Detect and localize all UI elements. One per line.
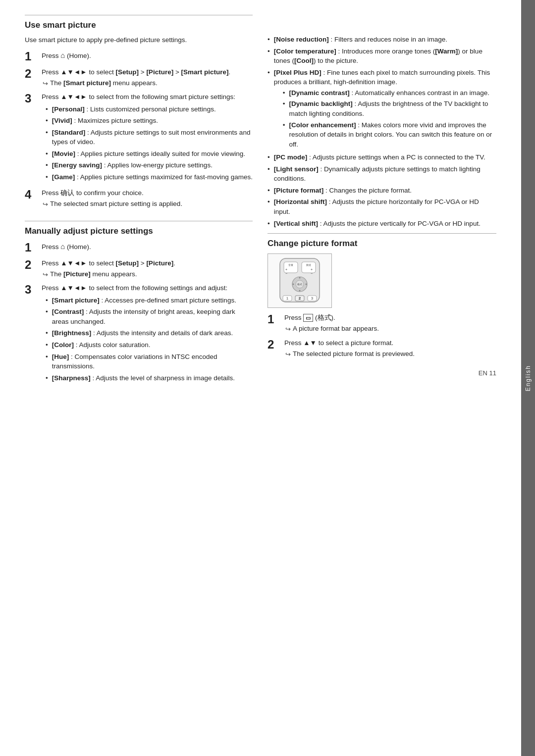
- list-item: [Horizontal shift] : Adjusts the picture…: [268, 197, 496, 216]
- right-bullet-list: [Noise reduction] : Filters and reduces …: [268, 35, 496, 228]
- section-divider-1: [25, 15, 253, 15]
- list-item: [Color enhancement] : Makes colors more …: [283, 120, 496, 150]
- svg-text:格式: 格式: [297, 283, 302, 286]
- list-item: [Vertical shift] : Adjusts the picture v…: [268, 219, 496, 229]
- step-1-smart: 1 Press ⌂ (Home).: [25, 50, 253, 63]
- list-item: [Standard] : Adjusts picture settings to…: [46, 128, 253, 147]
- svg-point-13: [293, 284, 294, 285]
- step-num-1-smart: 1: [25, 50, 40, 63]
- section-title-change-pic: Change picture format: [268, 239, 496, 249]
- step-3-manual: 3 Press ▲▼◄► to select from the followin…: [25, 283, 253, 385]
- step-num-1-manual: 1: [25, 241, 40, 254]
- step-content-2-changepic: Press ▲▼ to select a picture format. ↪ T…: [284, 338, 496, 359]
- step-3-text: Press ▲▼◄► to select from the following …: [42, 92, 253, 102]
- step-1cp-text: Press ▭ (格式).: [284, 313, 496, 323]
- list-item: [Contrast] : Adjusts the intensity of br…: [46, 307, 253, 326]
- arrow-text-1cp: A picture format bar appears.: [293, 324, 379, 334]
- svg-point-12: [299, 290, 301, 292]
- step-num-2-smart: 2: [25, 67, 40, 80]
- svg-text:+: +: [285, 268, 287, 271]
- press-label-m1: Press: [42, 243, 59, 251]
- step-1cp-arrow: ↪ A picture format bar appears.: [285, 324, 496, 334]
- list-item: [Personal] : Lists customized personal p…: [46, 104, 253, 114]
- svg-point-11: [299, 277, 301, 279]
- use-smart-picture-section: Use smart picture Use smart picture to a…: [25, 15, 253, 209]
- list-item: [Color] : Adjusts color saturation.: [46, 340, 253, 350]
- svg-point-14: [306, 284, 307, 285]
- step-content-1-smart: Press ⌂ (Home).: [42, 50, 253, 61]
- svg-text:2: 2: [299, 296, 301, 301]
- step-num-2-changepic: 2: [268, 338, 282, 351]
- list-item: [Energy saving] : Applies low-energy pic…: [46, 160, 253, 170]
- step-4-smart: 4 Press 确认 to confirm your choice. ↪ The…: [25, 188, 253, 209]
- arrow-text-4: The selected smart picture setting is ap…: [50, 200, 182, 209]
- step-4-arrow: ↪ The selected smart picture setting is …: [43, 200, 253, 209]
- step-2m-text: Press ▲▼◄► to select [Setup] > [Picture]…: [42, 258, 253, 268]
- step-content-1-manual: Press ⌂ (Home).: [42, 241, 253, 252]
- step-num-4-smart: 4: [25, 188, 40, 201]
- step-content-1-changepic: Press ▭ (格式). ↪ A picture format bar app…: [284, 313, 496, 334]
- step-num-1-changepic: 1: [268, 313, 282, 326]
- step-1-changepic: 1 Press ▭ (格式). ↪ A picture format bar a…: [268, 313, 496, 334]
- list-item: [Brightness] : Adjusts the intensity and…: [46, 328, 253, 338]
- list-item: [Pixel Plus HD] : Fine tunes each pixel …: [268, 68, 496, 151]
- step-content-3-smart: Press ▲▼◄► to select from the following …: [42, 92, 253, 184]
- pixel-plus-sub-list: [Dynamic contrast] : Automatically enhan…: [274, 88, 496, 149]
- change-picture-format-section: Change picture format 音量 + −: [268, 233, 496, 359]
- step-content-2-smart: Press ▲▼◄► to select [Setup] > [Picture]…: [42, 67, 253, 89]
- step-content-4-smart: Press 确认 to confirm your choice. ↪ The s…: [42, 188, 253, 209]
- list-item: [PC mode] : Adjusts picture settings whe…: [268, 152, 496, 162]
- language-tab: English: [521, 0, 535, 756]
- step-num-2-manual: 2: [25, 258, 40, 271]
- step-2m-arrow: ↪ The [Picture] menu appears.: [43, 270, 253, 280]
- list-item: [Dynamic contrast] : Automatically enhan…: [283, 88, 496, 98]
- list-item: [Movie] : Applies picture settings ideal…: [46, 149, 253, 159]
- list-item: [Light sensor] : Dynamically adjusts pic…: [268, 164, 496, 184]
- svg-text:1: 1: [286, 296, 289, 301]
- svg-text:频道: 频道: [306, 263, 311, 266]
- step-1-manual: 1 Press ⌂ (Home).: [25, 241, 253, 254]
- page-number-area: EN 11: [268, 369, 496, 377]
- list-item: [Smart picture] : Accesses pre-defined s…: [46, 296, 253, 305]
- remote-svg: 音量 + − 频道 + −: [270, 256, 329, 305]
- section-title-smart-picture: Use smart picture: [25, 20, 253, 30]
- home-label-m1: (Home).: [67, 243, 91, 251]
- list-item: [Noise reduction] : Filters and reduces …: [268, 35, 496, 45]
- section-intro-smart-picture: Use smart picture to apply pre-defined p…: [25, 35, 253, 45]
- svg-text:音量: 音量: [288, 263, 293, 266]
- svg-text:3: 3: [311, 296, 314, 301]
- list-item: [Hue] : Compensates color variations in …: [46, 352, 253, 371]
- manually-adjust-section: Manually adjust picture settings 1 Press…: [25, 221, 253, 385]
- list-item: [Game] : Applies picture settings maximi…: [46, 172, 253, 182]
- list-item: [Picture format] : Changes the picture f…: [268, 186, 496, 196]
- list-item: [Sharpness] : Adjusts the level of sharp…: [46, 373, 253, 383]
- step-2-smart: 2 Press ▲▼◄► to select [Setup] > [Pictur…: [25, 67, 253, 89]
- step-2-changepic: 2 Press ▲▼ to select a picture format. ↪…: [268, 338, 496, 359]
- step-2-arrow: ↪ The [Smart picture] menu appears.: [43, 79, 253, 89]
- svg-text:−: −: [285, 272, 287, 275]
- arrow-text-2m: The [Picture] menu appears.: [50, 270, 137, 279]
- svg-text:+: +: [311, 268, 313, 271]
- arrow-sym-4: ↪: [43, 200, 48, 209]
- step-content-3-manual: Press ▲▼◄► to select from the following …: [42, 283, 253, 385]
- step-2cp-arrow: ↪ The selected picture format is preview…: [285, 350, 496, 359]
- step-2cp-text: Press ▲▼ to select a picture format.: [284, 338, 496, 348]
- home-label-1: (Home).: [67, 52, 91, 59]
- smart-picture-bullet-list: [Personal] : Lists customized personal p…: [42, 104, 253, 182]
- arrow-text-2: The [Smart picture] menu appears.: [50, 79, 158, 88]
- step-3-smart: 3 Press ▲▼◄► to select from the followin…: [25, 92, 253, 184]
- section-title-manually: Manually adjust picture settings: [25, 226, 253, 236]
- arrow-sym-1cp: ↪: [285, 324, 291, 334]
- arrow-sym-2cp: ↪: [285, 350, 291, 359]
- step-2-manual: 2 Press ▲▼◄► to select [Setup] > [Pictur…: [25, 258, 253, 280]
- step-3m-text: Press ▲▼◄► to select from the following …: [42, 283, 253, 293]
- list-item: [Color temperature] : Introduces more or…: [268, 47, 496, 66]
- press-label-1: Press: [42, 52, 59, 59]
- list-item: [Vivid] : Maximizes picture settings.: [46, 116, 253, 126]
- language-label: English: [525, 365, 532, 391]
- page-number: EN 11: [479, 369, 496, 377]
- arrow-sym-2: ↪: [43, 79, 48, 89]
- home-icon-m1: ⌂: [60, 242, 65, 251]
- step-4-text: Press 确认 to confirm your choice.: [42, 188, 253, 198]
- svg-text:−: −: [311, 272, 313, 275]
